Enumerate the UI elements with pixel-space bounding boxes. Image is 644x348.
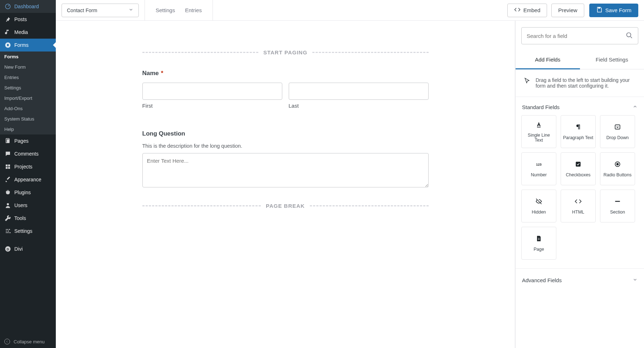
field-number[interactable]: 123Number <box>521 152 556 185</box>
field-single-line-text[interactable]: Single Line Text <box>521 115 556 148</box>
tab-field-settings[interactable]: Field Settings <box>580 51 644 69</box>
submenu-system-status[interactable]: System Status <box>0 114 56 124</box>
sidebar-item-comments[interactable]: Comments <box>0 147 56 160</box>
collapse-label: Collapse menu <box>14 339 45 344</box>
html-icon <box>575 198 582 206</box>
sidebar-label: Posts <box>14 16 27 22</box>
chevron-down-icon <box>633 277 638 283</box>
vertical-divider <box>213 0 213 20</box>
field-radio-buttons[interactable]: Radio Buttons <box>600 152 635 185</box>
start-paging-marker: START PAGING <box>142 49 429 55</box>
embed-label: Embed <box>523 7 541 13</box>
sidebar-item-projects[interactable]: Projects <box>0 160 56 173</box>
collapse-menu[interactable]: Collapse menu <box>0 335 56 348</box>
field-search[interactable] <box>521 27 638 44</box>
sidebar-label: Pages <box>14 138 29 144</box>
save-form-button[interactable]: Save Form <box>589 4 638 17</box>
preview-label: Preview <box>558 7 577 13</box>
save-icon <box>596 6 602 14</box>
code-icon <box>514 6 521 14</box>
preview-button[interactable]: Preview <box>551 4 584 17</box>
pin-icon <box>4 16 11 23</box>
sidebar-item-tools[interactable]: Tools <box>0 212 56 225</box>
sidebar-item-plugins[interactable]: Plugins <box>0 186 56 199</box>
sidebar-item-dashboard[interactable]: Dashboard <box>0 0 56 13</box>
last-name-input[interactable] <box>289 83 429 100</box>
sliders-icon <box>4 227 11 235</box>
submenu-import-export[interactable]: Import/Export <box>0 93 56 103</box>
sidebar-label: Tools <box>14 215 26 221</box>
sidebar-item-appearance[interactable]: Appearance <box>0 173 56 186</box>
standard-fields-grid: Single Line Text Paragraph Text Drop Dow… <box>516 115 644 268</box>
sidebar-item-media[interactable]: Media <box>0 26 56 39</box>
field-hidden[interactable]: Hidden <box>521 190 556 222</box>
long-question-textarea[interactable] <box>142 153 429 187</box>
long-question-field[interactable]: Long Question This is the description fo… <box>142 130 429 188</box>
search-icon <box>626 32 633 40</box>
user-icon <box>4 202 11 209</box>
sidebar-item-settings[interactable]: Settings <box>0 225 56 237</box>
plugin-icon <box>4 189 11 196</box>
page-icon <box>535 235 542 243</box>
svg-text:123: 123 <box>536 163 541 166</box>
page-break-marker[interactable]: PAGE BREAK <box>142 203 429 209</box>
advanced-fields-header[interactable]: Advanced Fields <box>516 268 644 292</box>
sidebar-label: Users <box>14 202 28 208</box>
radio-icon <box>614 161 621 169</box>
field-checkboxes[interactable]: Checkboxes <box>561 152 596 185</box>
media-icon <box>4 29 11 36</box>
advanced-fields-label: Advanced Fields <box>522 277 562 283</box>
number-icon: 123 <box>535 161 542 169</box>
field-page[interactable]: Page <box>521 227 556 260</box>
svg-rect-8 <box>8 167 10 169</box>
form-selector-label: Contact Form <box>67 8 97 13</box>
svg-rect-17 <box>615 125 620 129</box>
sidebar-item-users[interactable]: Users <box>0 199 56 212</box>
tab-add-fields[interactable]: Add Fields <box>516 51 580 69</box>
embed-button[interactable]: Embed <box>507 4 547 17</box>
submenu-new-form[interactable]: New Form <box>0 62 56 72</box>
submenu-add-ons[interactable]: Add-Ons <box>0 103 56 114</box>
hint-text: Drag a field to the left to start buildi… <box>536 77 636 89</box>
submenu-entries[interactable]: Entries <box>0 72 56 83</box>
svg-point-16 <box>627 33 631 37</box>
svg-point-9 <box>7 203 9 205</box>
field-html[interactable]: HTML <box>561 190 596 222</box>
form-selector[interactable]: Contact Form <box>62 4 139 17</box>
sidebar-label: Forms <box>14 42 29 48</box>
first-name-input[interactable] <box>142 83 282 100</box>
sidebar-label: Dashboard <box>14 4 39 9</box>
hidden-icon <box>535 198 542 206</box>
sidebar-label: Comments <box>14 151 39 157</box>
name-field-label: Name* <box>142 70 429 77</box>
tab-settings[interactable]: Settings <box>151 4 180 16</box>
sidebar-item-posts[interactable]: Posts <box>0 13 56 26</box>
sidebar-label: Media <box>14 29 28 35</box>
form-editor-topbar: Contact Form Settings Entries Embed Prev… <box>56 0 644 20</box>
submenu-forms[interactable]: Forms <box>0 52 56 62</box>
standard-fields-header[interactable]: Standard Fields <box>516 97 644 115</box>
chevron-up-icon <box>633 104 638 110</box>
field-paragraph-text[interactable]: Paragraph Text <box>561 115 596 148</box>
forms-icon <box>4 41 11 49</box>
name-field[interactable]: Name* First Last <box>142 70 429 109</box>
tab-entries[interactable]: Entries <box>180 4 207 16</box>
submenu-help[interactable]: Help <box>0 124 56 134</box>
submenu-settings[interactable]: Settings <box>0 83 56 93</box>
svg-text:D: D <box>6 247 9 251</box>
admin-sidebar: Dashboard Posts Media Forms Forms New Fo… <box>0 0 56 348</box>
divi-icon: D <box>4 245 11 253</box>
chevron-down-icon <box>128 7 133 13</box>
svg-rect-7 <box>6 167 8 169</box>
sidebar-item-forms[interactable]: Forms <box>0 39 56 52</box>
form-canvas: START PAGING Name* First Las <box>56 21 515 348</box>
field-section[interactable]: Section <box>600 190 635 222</box>
sidebar-item-divi[interactable]: D Divi <box>0 242 56 255</box>
standard-fields-label: Standard Fields <box>522 104 560 110</box>
section-icon <box>614 198 621 206</box>
sidebar-label: Projects <box>14 164 33 170</box>
sidebar-label: Divi <box>14 246 23 252</box>
field-drop-down[interactable]: Drop Down <box>600 115 635 148</box>
search-input[interactable] <box>527 33 622 39</box>
sidebar-item-pages[interactable]: Pages <box>0 134 56 147</box>
